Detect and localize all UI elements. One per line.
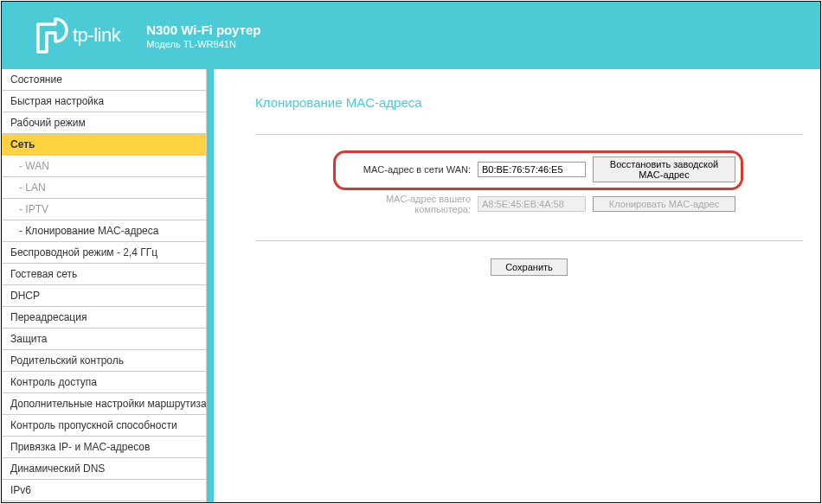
sidebar-item-2[interactable]: Рабочий режим bbox=[2, 112, 206, 134]
sidebar-item-17[interactable]: Привязка IP- и MAC-адресов bbox=[2, 437, 206, 458]
divider bbox=[255, 134, 803, 135]
header-info: N300 Wi-Fi роутер Модель TL-WR841N bbox=[146, 22, 260, 49]
wan-mac-label: MAC-адрес в сети WAN: bbox=[341, 164, 471, 175]
sidebar-item-19[interactable]: IPv6 bbox=[2, 480, 206, 501]
sidebar-item-15[interactable]: Дополнительные настройки маршрутизации bbox=[2, 393, 206, 415]
sidebar-item-20[interactable]: Системные инструменты bbox=[2, 501, 206, 502]
save-button[interactable]: Сохранить bbox=[491, 258, 568, 276]
sidebar-item-1[interactable]: Быстрая настройка bbox=[2, 91, 206, 112]
sidebar-item-0[interactable]: Состояние bbox=[2, 69, 206, 91]
wan-mac-input[interactable] bbox=[478, 162, 586, 177]
sidebar-item-9[interactable]: Гостевая сеть bbox=[2, 264, 206, 285]
tplink-logo-icon bbox=[36, 17, 69, 54]
sidebar-item-10[interactable]: DHCP bbox=[2, 285, 206, 307]
highlight-annotation: MAC-адрес в сети WAN: Восстановить завод… bbox=[333, 150, 743, 190]
content-separator bbox=[207, 69, 214, 502]
sidebar-item-11[interactable]: Переадресация bbox=[2, 307, 206, 329]
restore-factory-mac-button[interactable]: Восстановить заводской MAC-адрес bbox=[593, 156, 735, 182]
clone-mac-button: Клонировать MAC-адрес bbox=[593, 196, 735, 212]
divider bbox=[255, 240, 803, 241]
pc-mac-input bbox=[478, 196, 586, 212]
sidebar-item-4[interactable]: - WAN bbox=[2, 156, 206, 177]
brand-text: tp-link bbox=[73, 24, 120, 47]
main-content: Клонирование MAC-адреса MAC-адрес в сети… bbox=[214, 69, 820, 502]
brand-logo: tp-link bbox=[36, 17, 120, 54]
sidebar-item-14[interactable]: Контроль доступа bbox=[2, 372, 206, 393]
sidebar-item-12[interactable]: Защита bbox=[2, 329, 206, 350]
pc-mac-label: MAC-адрес вашего компьютера: bbox=[341, 194, 471, 214]
product-model: Модель TL-WR841N bbox=[146, 39, 260, 49]
sidebar-item-5[interactable]: - LAN bbox=[2, 177, 206, 199]
sidebar-item-13[interactable]: Родительский контроль bbox=[2, 350, 206, 372]
sidebar-item-7[interactable]: - Клонирование MAC-адреса bbox=[2, 220, 206, 242]
sidebar-nav: СостояниеБыстрая настройкаРабочий режимС… bbox=[2, 69, 207, 502]
product-title: N300 Wi-Fi роутер bbox=[146, 22, 260, 37]
sidebar-item-6[interactable]: - IPTV bbox=[2, 199, 206, 220]
wan-mac-row: MAC-адрес в сети WAN: Восстановить завод… bbox=[341, 156, 735, 182]
sidebar-item-16[interactable]: Контроль пропускной способности bbox=[2, 415, 206, 437]
page-title: Клонирование MAC-адреса bbox=[255, 95, 803, 110]
sidebar-item-8[interactable]: Беспроводной режим - 2,4 ГГц bbox=[2, 242, 206, 264]
header: tp-link N300 Wi-Fi роутер Модель TL-WR84… bbox=[2, 2, 820, 69]
pc-mac-row: MAC-адрес вашего компьютера: Клонировать… bbox=[333, 190, 803, 214]
sidebar-item-3[interactable]: Сеть bbox=[2, 134, 206, 156]
sidebar-item-18[interactable]: Динамический DNS bbox=[2, 458, 206, 480]
